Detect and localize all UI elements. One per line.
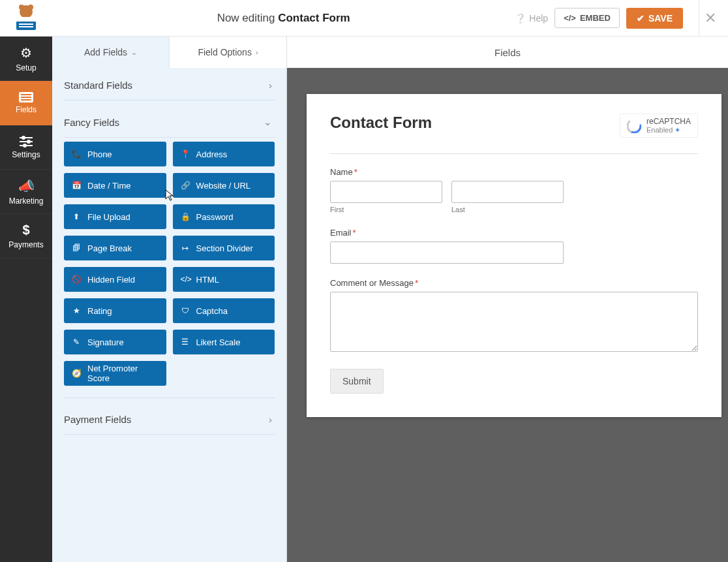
eye-off-icon: 🚫: [72, 275, 81, 284]
section-payment-fields[interactable]: Payment Fields ›: [64, 402, 275, 434]
preview-header: Fields: [287, 37, 728, 68]
email-input[interactable]: [330, 242, 564, 264]
dollar-icon: $: [22, 223, 29, 238]
scale-icon: ☰: [181, 337, 190, 347]
svg-point-15: [27, 140, 30, 143]
field-captcha[interactable]: 🛡Captcha: [173, 298, 275, 323]
close-icon: ✕: [705, 10, 716, 27]
field-date-time[interactable]: 📅Date / Time: [64, 173, 166, 198]
field-likert-scale[interactable]: ☰Likert Scale: [173, 330, 275, 354]
divider: [64, 398, 275, 398]
svg-rect-4: [16, 17, 36, 22]
save-button[interactable]: ✔ SAVE: [626, 8, 683, 29]
chevron-down-icon: ⌄: [264, 116, 272, 128]
field-label: Captcha: [196, 306, 228, 316]
tab-add-fields[interactable]: Add Fields ⌄: [52, 37, 169, 68]
pencil-icon: ✎: [72, 337, 81, 347]
help-link[interactable]: ❔ Help: [515, 13, 548, 23]
field-net-promoter-score[interactable]: 🧭Net Promoter Score: [64, 361, 166, 386]
svg-point-1: [19, 5, 24, 10]
chevron-right-icon: ›: [269, 80, 272, 91]
link-icon: 🔗: [181, 181, 190, 190]
svg-point-16: [23, 144, 26, 147]
field-hidden-field[interactable]: 🚫Hidden Field: [64, 267, 166, 292]
svg-rect-5: [19, 23, 33, 25]
first-name-input[interactable]: [330, 181, 442, 203]
chevron-down-icon: ⌄: [131, 48, 137, 57]
nav-setup[interactable]: ⚙ Setup: [0, 37, 52, 81]
lock-icon: 🔒: [181, 212, 190, 221]
field-label: Phone: [87, 149, 112, 159]
calendar-icon: 📅: [72, 181, 81, 190]
verified-icon: ✦: [675, 126, 680, 134]
svg-rect-8: [21, 94, 31, 95]
field-address[interactable]: 📍Address: [173, 142, 275, 166]
first-sublabel: First: [330, 206, 442, 213]
field-label: Hidden Field: [87, 275, 135, 285]
field-label: Page Break: [87, 243, 132, 253]
field-label: Website / URL: [196, 181, 251, 191]
arrow-icon: ↦: [181, 243, 190, 253]
gear-icon: ⚙: [20, 45, 32, 61]
form-title: Contact Form: [330, 114, 432, 132]
submit-button[interactable]: Submit: [330, 369, 384, 394]
field-label: Net Promoter Score: [87, 364, 159, 383]
field-label: Section Divider: [196, 243, 253, 253]
field-website-url[interactable]: 🔗Website / URL: [173, 173, 275, 198]
nav-payments[interactable]: $ Payments: [0, 214, 52, 258]
recaptcha-badge: reCAPTCHA Enabled ✦: [620, 114, 698, 138]
name-label: Name*: [330, 167, 698, 177]
recaptcha-icon: [627, 119, 641, 133]
shield-icon: 🛡: [181, 306, 190, 315]
tab-field-options[interactable]: Field Options ›: [169, 37, 286, 68]
divider: [64, 434, 275, 435]
section-fancy-fields[interactable]: Fancy Fields ⌄: [64, 104, 275, 137]
field-file-upload[interactable]: ⬆File Upload: [64, 204, 166, 229]
field-label: File Upload: [87, 212, 130, 222]
svg-rect-9: [21, 97, 31, 98]
field-label: Signature: [87, 337, 124, 347]
field-html[interactable]: </>HTML: [173, 267, 275, 292]
help-icon: ❔: [515, 13, 526, 23]
megaphone-icon: 📣: [18, 178, 35, 194]
copy-icon: 🗐: [72, 243, 81, 253]
embed-button[interactable]: </> EMBED: [554, 8, 620, 28]
chevron-right-icon: ›: [256, 48, 258, 56]
last-sublabel: Last: [451, 206, 564, 213]
nav-marketing[interactable]: 📣 Marketing: [0, 170, 52, 214]
gauge-icon: 🧭: [72, 369, 81, 378]
code-icon: </>: [564, 13, 576, 23]
section-standard-fields[interactable]: Standard Fields ›: [64, 68, 275, 100]
field-label: Likert Scale: [196, 337, 241, 347]
divider: [330, 153, 698, 154]
field-label: Password: [196, 212, 234, 222]
message-textarea[interactable]: [330, 292, 698, 352]
editing-label: Now editing Contact Form: [52, 12, 515, 25]
star-icon: ★: [72, 306, 81, 315]
sliders-icon: [20, 136, 33, 148]
field-label: Address: [196, 149, 228, 159]
field-rating[interactable]: ★Rating: [64, 298, 166, 323]
field-label: HTML: [196, 275, 219, 285]
code-icon: </>: [181, 275, 190, 284]
email-label: Email*: [330, 228, 698, 238]
field-phone[interactable]: 📞Phone: [64, 142, 166, 166]
divider: [64, 137, 275, 138]
nav-settings[interactable]: Settings: [0, 125, 52, 170]
field-section-divider[interactable]: ↦Section Divider: [173, 236, 275, 260]
close-button[interactable]: ✕: [699, 0, 721, 37]
list-icon: [19, 92, 33, 102]
field-page-break[interactable]: 🗐Page Break: [64, 236, 166, 260]
field-label: Date / Time: [87, 181, 130, 191]
form-preview: Contact Form reCAPTCHA Enabled ✦ Name* F…: [307, 94, 721, 417]
last-name-input[interactable]: [451, 181, 564, 203]
field-password[interactable]: 🔒Password: [173, 204, 275, 229]
field-signature[interactable]: ✎Signature: [64, 330, 166, 354]
message-label: Comment or Message*: [330, 278, 698, 288]
nav-fields[interactable]: Fields: [0, 81, 52, 125]
check-icon: ✔: [637, 13, 645, 23]
chevron-right-icon: ›: [269, 414, 272, 425]
svg-point-2: [28, 5, 33, 10]
pin-icon: 📍: [181, 149, 190, 159]
field-label: Rating: [87, 306, 112, 316]
